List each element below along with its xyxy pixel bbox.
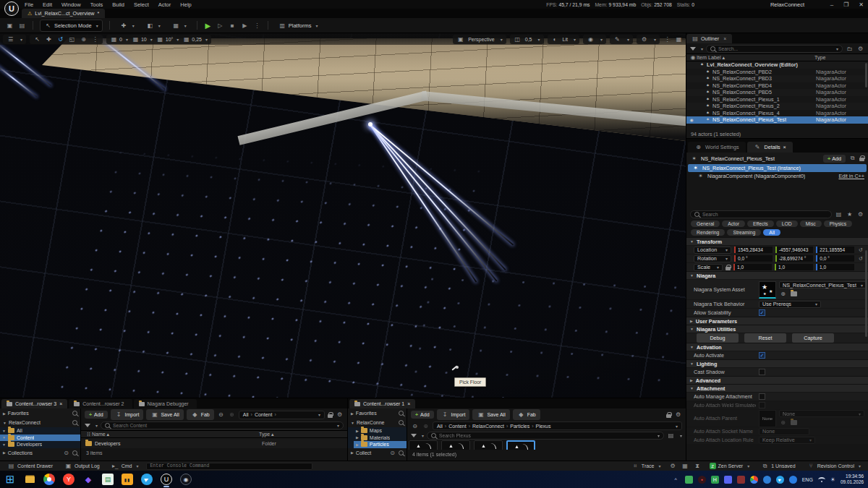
menu-item[interactable]: Tools (90, 1, 103, 8)
unreal-engine-icon[interactable] (161, 474, 172, 485)
console-input[interactable] (146, 463, 312, 470)
breadcrumb-item[interactable]: Content (251, 412, 273, 417)
close-button[interactable]: ✕ (859, 1, 864, 8)
outliner-tab[interactable]: ▤ Outliner× (686, 34, 732, 43)
niagara-asset-thumbnail[interactable]: ▲ (506, 440, 535, 450)
location-dropdown[interactable]: Location▾ (694, 247, 731, 254)
display-options-icon[interactable]: ▤ (835, 210, 843, 218)
output-log-button[interactable]: ▣Output Log (61, 461, 103, 471)
tree-folder-row[interactable]: ▼ Developers (0, 441, 80, 448)
rotation-x-field[interactable]: 0,0 ° (734, 255, 773, 262)
outliner-column-headers[interactable]: ◉ Item Label ▴ Type (686, 53, 868, 61)
project-row[interactable]: ▼RelaxConnect (0, 418, 80, 427)
filter-chip[interactable]: Misc (800, 221, 822, 227)
play-button[interactable]: ▶ (204, 22, 212, 30)
filter-chip[interactable]: Streaming (727, 229, 761, 236)
tree-folder-row[interactable]: ▼ Content (0, 435, 80, 442)
outliner-row[interactable]: ◉ ✶ Lvl_RelaxConnect_Overview (Editor) (686, 61, 868, 69)
breadcrumb-item[interactable] (274, 412, 278, 417)
asset-row[interactable]: Developers Folder (81, 438, 347, 448)
editor-tools-dropdown[interactable]: ✎▾ (610, 35, 633, 44)
content-search-input[interactable] (439, 433, 652, 438)
user-parameters-section-header[interactable]: ▶User Parameters (686, 317, 868, 325)
reset-rotation-icon[interactable]: ↺ (857, 256, 864, 262)
show-flags-dropdown[interactable]: ◉▾ (583, 35, 606, 44)
details-search[interactable] (690, 210, 832, 218)
import-button[interactable]: ↧Import (437, 409, 470, 420)
view-mode-dropdown[interactable]: ◐ Lit▾ (548, 35, 579, 44)
details-search-input[interactable] (702, 212, 827, 217)
outliner-row[interactable]: ◉ ✶ NS_RelaxConnect_Plexus_2 NiagaraActo… (686, 103, 868, 110)
perspective-dropdown[interactable]: ▣ Perspective▾ (453, 35, 506, 44)
advanced-section-header[interactable]: ▶Advanced (686, 376, 868, 384)
maximize-viewport-icon[interactable]: ▦ (675, 35, 683, 43)
breadcrumb-item[interactable]: Plexus (532, 424, 550, 429)
details-scrollbar[interactable] (865, 250, 867, 337)
scale-z-field[interactable]: 1,0 (816, 264, 854, 270)
outliner-row[interactable]: ◉ ✶ NS_RelaxConnect_Plexus_Test NiagaraA… (686, 116, 868, 124)
launch-button[interactable]: ▶ (241, 22, 249, 30)
minimize-button[interactable]: – (830, 1, 833, 8)
language-indicator[interactable]: ENG (802, 477, 813, 482)
auto-activate-checkbox[interactable]: ✓ (759, 352, 765, 359)
search-icon[interactable] (399, 420, 404, 425)
breadcrumb-item[interactable]: RelaxConnect (469, 424, 504, 429)
menu-item[interactable]: Build (112, 1, 124, 8)
outliner-search[interactable]: ▾ (706, 45, 843, 53)
menu-item[interactable]: Actor (158, 1, 171, 8)
search-icon[interactable] (399, 450, 404, 455)
wifi-icon[interactable] (818, 477, 825, 482)
filter-chip[interactable]: Rendering (691, 229, 725, 236)
outliner-row[interactable]: ◉ ✶ NS_RelaxConnect_PBD3 NiagaraActor (686, 75, 868, 82)
close-icon[interactable]: × (407, 401, 410, 406)
menu-item[interactable]: Select (134, 1, 149, 8)
favorites-star-icon[interactable]: ★ (846, 210, 854, 218)
save-all-button[interactable]: ▣Save All (146, 409, 183, 420)
tick-behavior-dropdown[interactable]: Use Prereqs▾ (759, 301, 821, 308)
rotation-y-field[interactable]: -28,699274 ° (775, 255, 814, 262)
purple-crystal-icon[interactable] (82, 474, 94, 485)
rotate-tool-icon[interactable]: ↺ (56, 35, 64, 43)
lock-icon[interactable] (328, 414, 333, 418)
background-tasks-icon[interactable]: ⧗ (694, 462, 702, 470)
start-icon[interactable] (4, 474, 16, 485)
world-settings-tab[interactable]: ⊕ World Settings (688, 142, 746, 153)
browser-settings-icon[interactable]: ⚙ (336, 411, 344, 419)
reset-location-icon[interactable]: ↺ (857, 247, 864, 253)
collections-row[interactable]: ▶Collect⊙ (348, 448, 407, 458)
outliner-row[interactable]: ◉ ✶ NS_RelaxConnect_PBD2 NiagaraActor (686, 69, 868, 76)
viewport-kebab-icon[interactable]: ⋮ (663, 35, 671, 43)
filter-chip[interactable]: Actor (722, 221, 745, 227)
maximize-button[interactable]: ❐ (843, 1, 848, 8)
snapshot-icon[interactable]: ▦ (681, 462, 689, 470)
content-browser-tab[interactable]: Content...rowser 3× (1, 399, 67, 408)
tree-folder-row[interactable]: ▼ All (0, 427, 80, 435)
search-icon[interactable] (399, 411, 404, 416)
outliner-search-input[interactable] (718, 46, 831, 51)
menu-item[interactable]: Help (180, 1, 191, 8)
path-breadcrumb[interactable]: AllContent ▾ (239, 411, 325, 419)
niagara-utilities-section-header[interactable]: ▼Niagara Utilities (686, 325, 868, 333)
lighting-section-header[interactable]: ▼Lighting (686, 359, 868, 367)
outliner-scrollbar[interactable] (865, 63, 867, 87)
zen-server-dropdown[interactable]: ZZen Server▾ (706, 462, 754, 470)
attachment-section-header[interactable]: ▼Attachment (686, 384, 868, 392)
tray-houdini-icon[interactable] (711, 476, 719, 484)
edit-in-cpp-link[interactable]: Edit in C++ (838, 173, 864, 179)
capture-target-icon[interactable] (180, 474, 192, 485)
close-icon[interactable]: × (783, 144, 786, 150)
revision-control-dropdown[interactable]: ⑂Revision Control▾ (804, 461, 864, 471)
yandex-browser-icon[interactable] (63, 474, 75, 485)
filter-chip[interactable]: General (691, 221, 720, 227)
niagara-asset-thumbnail[interactable]: ▲ (474, 440, 503, 450)
component-hierarchy-icon[interactable]: ⧉ (848, 155, 856, 163)
transform-section-header[interactable]: ▼Transform (686, 237, 868, 245)
blueprints-dropdown[interactable]: ◧▾ (142, 20, 164, 31)
filter-icon[interactable] (411, 434, 417, 437)
breadcrumb-item[interactable]: All (243, 412, 249, 417)
use-selected-asset-icon[interactable]: ⊕ (779, 290, 787, 298)
viewport-settings-dropdown[interactable]: ⚙▾ (637, 35, 660, 44)
niagara-asset-thumbnail[interactable]: ★★★ (759, 281, 776, 299)
fab-button[interactable]: ◆Fab (513, 409, 540, 420)
browse-content-icon[interactable]: ▤ (18, 22, 26, 30)
